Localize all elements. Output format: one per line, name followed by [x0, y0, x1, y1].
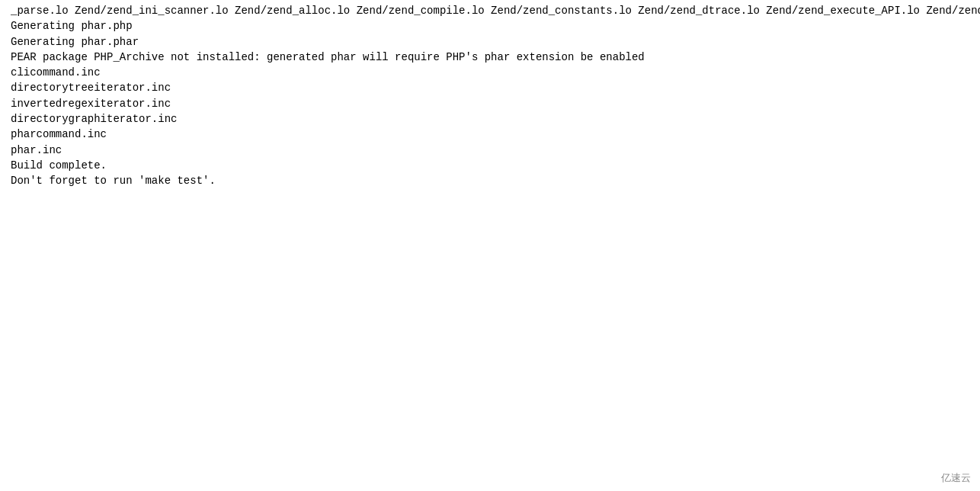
- terminal-line: directorygraphiterator.inc: [11, 111, 980, 127]
- terminal-line: _parse.lo Zend/zend_ini_scanner.lo Zend/…: [11, 3, 980, 18]
- terminal-line: PEAR package PHP_Archive not installed: …: [11, 50, 980, 65]
- terminal-line: directorytreeiterator.inc: [11, 80, 980, 95]
- terminal-line: clicommand.inc: [11, 65, 980, 80]
- terminal-line: Generating phar.php: [11, 18, 980, 34]
- terminal-output: _parse.lo Zend/zend_ini_scanner.lo Zend/…: [0, 0, 980, 491]
- watermark-label: 亿速云: [941, 471, 971, 485]
- terminal-line: pharcommand.inc: [11, 127, 980, 142]
- terminal-line: Build complete.: [11, 158, 980, 173]
- terminal-line: Generating phar.phar: [11, 34, 980, 50]
- terminal-line: phar.inc: [11, 143, 980, 158]
- terminal-line: Don't forget to run 'make test'.: [11, 173, 980, 188]
- terminal-line: invertedregexiterator.inc: [11, 96, 980, 111]
